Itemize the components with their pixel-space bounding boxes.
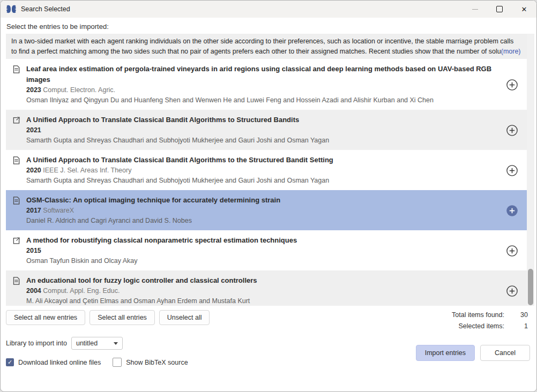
entry-title: An educational tool for fuzzy logic cont…: [26, 275, 496, 286]
file-icon: [13, 155, 26, 167]
entry-journal: SoftwareX: [43, 207, 74, 214]
entry-authors: M. Ali Akcayol and Çetin Elmas and Osman…: [26, 296, 496, 306]
add-entry-button[interactable]: [500, 205, 524, 217]
entry-authors: Daniel R. Aldrich and Cagri Ayranci and …: [26, 216, 496, 226]
entry-authors: Samarth Gupta and Shreyas Chaudhari and …: [26, 135, 496, 146]
entry-row[interactable]: OSM-Classic: An optical imaging techniqu…: [6, 190, 527, 230]
abstract-line: to find a perfect matching among the two…: [11, 47, 521, 57]
entry-row[interactable]: A method for robustifying classical nonp…: [6, 230, 527, 270]
entry-year: 2015: [26, 247, 41, 254]
selected-items-label: Selected items:: [452, 322, 504, 330]
add-entry-button[interactable]: [500, 245, 524, 257]
select-all-entries-button[interactable]: Select all entries: [89, 310, 155, 325]
entry-row[interactable]: Leaf area index estimation of pergola-tr…: [6, 59, 527, 110]
add-entry-button[interactable]: [500, 285, 524, 297]
entry-row[interactable]: An educational tool for fuzzy logic cont…: [6, 270, 527, 306]
entry-journal: Comput. Electron. Agric.: [43, 86, 115, 94]
file-icon: [13, 275, 26, 287]
show-bibtex-source-checkbox[interactable]: [113, 358, 122, 367]
select-all-new-entries-button[interactable]: Select all new entries: [6, 310, 85, 325]
instruction-label: Select the entries to be imported:: [6, 22, 530, 31]
external-link-icon: [13, 115, 26, 126]
minimize-button[interactable]: [463, 1, 487, 18]
search-selected-dialog: Search Selected ✕ Select the entries to …: [0, 0, 537, 392]
close-button[interactable]: ✕: [512, 1, 536, 18]
download-linked-files-label: Download linked online files: [18, 359, 101, 366]
minimize-icon: [472, 9, 478, 10]
add-entry-button[interactable]: [500, 164, 524, 177]
close-icon: ✕: [521, 6, 527, 13]
entry-year: 2020: [26, 167, 41, 174]
results-viewport: In a two-sided market with each agent ra…: [6, 34, 534, 306]
entry-title: A Unified Approach to Translate Classica…: [26, 115, 496, 125]
chevron-down-icon: [114, 342, 118, 345]
total-items-label: Total items found:: [452, 311, 504, 319]
file-icon: [13, 195, 26, 207]
add-entry-button[interactable]: [500, 124, 524, 137]
abstract-text: to find a perfect matching among the two…: [11, 48, 501, 55]
entry-title: Leaf area index estimation of pergola-tr…: [26, 64, 496, 85]
total-items-value: 30: [512, 311, 528, 319]
entry-title: A Unified Approach to Translate Classica…: [26, 155, 496, 165]
unselect-all-button[interactable]: Unselect all: [159, 310, 210, 325]
entry-year: 2004: [26, 287, 41, 295]
entry-year: 2021: [26, 126, 41, 134]
maximize-icon: [496, 6, 503, 12]
import-entries-button[interactable]: Import entries: [416, 345, 475, 361]
entry-journal: Comput. Appl. Eng. Educ.: [43, 287, 120, 295]
entries-list: In a two-sided market with each agent ra…: [6, 34, 527, 306]
titlebar: Search Selected ✕: [1, 1, 536, 18]
vertical-scrollbar[interactable]: [527, 34, 534, 306]
cancel-button[interactable]: Cancel: [480, 345, 530, 361]
entry-journal: IEEE J. Sel. Areas Inf. Theory: [43, 167, 131, 174]
library-select-value: untitled: [76, 340, 98, 347]
dialog-footer: Select all new entries Select all entrie…: [1, 306, 536, 367]
file-icon: [13, 64, 26, 76]
entry-title: A method for robustifying classical nonp…: [26, 235, 496, 246]
entry-authors: Samarth Gupta and Shreyas Chaudhari and …: [26, 176, 496, 186]
entry-row[interactable]: A Unified Approach to Translate Classica…: [6, 150, 527, 190]
library-to-import-label: Library to import into: [6, 340, 67, 347]
window-title: Search Selected: [21, 5, 70, 13]
jabref-logo-icon: [6, 5, 17, 13]
result-stats: Total items found: 30 Selected items: 1: [452, 310, 530, 330]
more-link[interactable]: (more): [501, 48, 521, 55]
show-bibtex-source-label: Show BibTeX source: [126, 359, 188, 366]
library-select[interactable]: untitled: [71, 337, 123, 350]
entry-authors: Osman Tayfun Biskin and Olcay Akay: [26, 256, 496, 266]
abstract-line: In a two-sided market with each agent ra…: [11, 36, 521, 47]
external-link-icon: [13, 235, 26, 246]
entry-row[interactable]: A Unified Approach to Translate Classica…: [6, 110, 527, 150]
abstract-preview: In a two-sided market with each agent ra…: [6, 34, 527, 59]
scrollbar-thumb[interactable]: [528, 269, 533, 305]
maximize-button[interactable]: [487, 1, 512, 18]
entry-year: 2023: [26, 86, 41, 94]
entry-authors: Osman Ilniyaz and Qingyun Du and Huanfen…: [26, 95, 496, 105]
add-entry-button[interactable]: [500, 79, 524, 91]
entry-title: OSM-Classic: An optical imaging techniqu…: [26, 195, 496, 206]
entry-year: 2017: [26, 207, 41, 214]
selected-items-value: 1: [512, 322, 528, 330]
download-linked-files-checkbox[interactable]: ✓: [6, 358, 14, 366]
